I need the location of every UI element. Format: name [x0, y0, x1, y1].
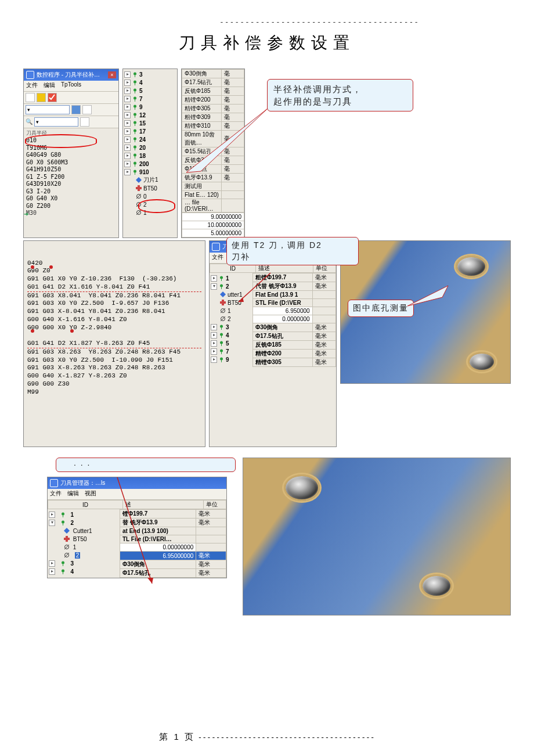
dropdown-1[interactable]: ▾ [26, 105, 70, 114]
tree-item[interactable]: ▸4 [211, 331, 251, 339]
tree-item[interactable]: ▾ 2 [49, 519, 118, 527]
tree-item[interactable]: ▸5 [211, 339, 251, 347]
expand-icon[interactable]: ▾ [49, 520, 55, 526]
tree-item[interactable]: ▸15 [124, 119, 176, 127]
tree-item[interactable]: ▸1 [211, 274, 251, 282]
tree-item[interactable]: utter1 [211, 290, 251, 298]
expand-icon[interactable]: ▸ [49, 560, 55, 567]
menu-tptools[interactable]: TpTools [61, 81, 81, 91]
col-unit[interactable]: 单位 [204, 501, 226, 509]
expand-icon[interactable]: ▸ [211, 357, 217, 363]
expand-icon[interactable]: ▸ [124, 169, 131, 175]
dropdown-2[interactable]: ▾ [34, 117, 78, 127]
expand-icon[interactable]: ▸ [124, 96, 131, 102]
tree-item[interactable]: ▸4 [124, 78, 176, 87]
print-icon[interactable] [37, 93, 46, 102]
tree-item[interactable]: ▸12 [124, 111, 176, 119]
col-id[interactable]: ID [48, 501, 123, 509]
table-row[interactable]: TL File (D:\VERI… [120, 535, 226, 543]
menu-edit[interactable]: 编辑 [44, 81, 55, 91]
table-row[interactable]: 反铣Φ185毫米 [253, 341, 336, 350]
table-row[interactable]: 粗镗Φ199.7毫米 [253, 273, 336, 282]
tree-item[interactable]: Cutter1 [49, 527, 118, 535]
table-row[interactable]: 代替 铣牙Φ13.9毫米 [253, 282, 336, 291]
expand-icon[interactable]: ▸ [211, 348, 217, 355]
tree-item[interactable]: ▸20 [124, 143, 176, 152]
nc-toolbar2[interactable]: ▾ [24, 104, 118, 116]
table-row[interactable]: 5.00000000 [182, 229, 244, 237]
table-row[interactable]: 10.00000000 [182, 221, 244, 229]
nc-titlebar[interactable]: 数控程序 - 刀具半径补… × [24, 69, 118, 81]
table-row[interactable]: Φ17.5钻孔毫米 [253, 332, 336, 341]
tree-item[interactable]: BT50 [49, 535, 118, 543]
col-desc[interactable]: 述 [123, 501, 204, 509]
menu-edit[interactable]: 编辑 [67, 489, 79, 499]
nc-menubar[interactable]: 文件 编辑 TpTools [24, 81, 118, 92]
expand-icon[interactable]: ▸ [211, 332, 217, 339]
tree-item[interactable]: ▸17 [124, 127, 176, 135]
offset-item[interactable]: 2 [49, 551, 118, 559]
close-icon[interactable]: × [108, 71, 116, 78]
go-icon[interactable] [80, 117, 89, 127]
expand-icon[interactable]: ▸ [211, 340, 217, 347]
nc-toolbar3[interactable]: 🔍 ▾ [24, 116, 118, 128]
tree-item[interactable]: ▸9 [124, 103, 176, 111]
expand-icon[interactable]: ▸ [124, 80, 131, 86]
expand-icon[interactable]: ▸ [211, 324, 217, 330]
expand-icon[interactable]: ▸ [124, 112, 131, 118]
table-row[interactable]: 精镗Φ305毫米 [253, 358, 336, 367]
tmb-titlebar[interactable]: 刀具管理器：…ls [48, 477, 226, 489]
expand-icon[interactable]: ▸ [49, 568, 55, 575]
table-row[interactable]: STL File (D:\VER [253, 299, 336, 307]
table-row[interactable]: Φ30倒角毫米 [120, 560, 226, 569]
expand-icon[interactable]: ▾ [211, 283, 217, 290]
tree-item[interactable]: ▸200 [124, 160, 176, 168]
tree-item[interactable]: ▸7 [211, 347, 251, 355]
expand-icon[interactable]: ▸ [124, 136, 131, 143]
tmb-menubar[interactable]: 文件 编辑 视图 [48, 489, 226, 500]
table-row[interactable]: 替 铣牙Φ13.9毫米 [120, 519, 226, 527]
open-icon[interactable] [26, 93, 35, 102]
table-row[interactable]: 反铣Φ185毫 [182, 87, 244, 96]
table-row[interactable]: 镗Φ199.7毫米 [120, 510, 226, 519]
table-row[interactable]: … file (D:\VERI… [182, 199, 244, 213]
tree-item[interactable]: ▸ 3 [49, 559, 118, 567]
table-row[interactable]: Flat E… 120) [182, 191, 244, 199]
table-row[interactable]: 6.95000000毫米 [120, 552, 226, 560]
table-row[interactable]: 0.00000000 [120, 543, 226, 552]
tree-item[interactable]: ▸9 [211, 355, 251, 363]
menu-view[interactable]: 视图 [85, 489, 96, 499]
tree-item[interactable]: ▸7 [124, 95, 176, 103]
tree-item[interactable]: ▸ 1 [49, 510, 118, 519]
expand-icon[interactable]: ▸ [124, 153, 131, 159]
expand-icon[interactable]: ▸ [124, 88, 131, 94]
tree-item[interactable]: BT50 [124, 184, 176, 192]
tool-icon[interactable] [82, 105, 92, 114]
table-row[interactable]: Φ30倒角毫 [182, 70, 244, 78]
table-row[interactable]: 9.00000000 [182, 213, 244, 221]
table-row[interactable]: Flat End (13.9 1 [253, 291, 336, 299]
expand-icon[interactable]: ▸ [124, 161, 131, 167]
tree-item[interactable]: ▸5 [124, 87, 176, 95]
table-row[interactable]: Φ17.5钻孔毫米 [120, 569, 226, 578]
table-row[interactable]: 精镗Φ200毫米 [253, 350, 336, 358]
tree-item[interactable]: ▸3 [211, 323, 251, 331]
tree-item[interactable]: ▸910 [124, 168, 176, 176]
offset-item[interactable]: 1 [211, 307, 251, 315]
nc-toolbar[interactable] [24, 92, 118, 104]
menu-file[interactable]: 文件 [50, 489, 62, 499]
gear-icon[interactable] [71, 105, 81, 114]
tree-item[interactable]: ▸ 4 [49, 567, 118, 575]
tree-item[interactable]: ▸3 [124, 70, 176, 78]
menu-file[interactable]: 文件 [212, 253, 223, 262]
expand-icon[interactable]: ▸ [211, 275, 217, 282]
offset-item[interactable]: 1 [49, 543, 118, 551]
verify-icon[interactable] [48, 93, 57, 102]
tree-item[interactable]: 刀片1 [124, 176, 176, 184]
tree-item[interactable]: ▸24 [124, 135, 176, 143]
expand-icon[interactable]: ▸ [124, 128, 131, 135]
tree-item[interactable]: ▸18 [124, 152, 176, 160]
tree-item[interactable]: ▾2 [211, 282, 251, 290]
tree-item[interactable]: BT50 [211, 298, 251, 307]
table-row[interactable]: 测试用 [182, 182, 244, 191]
